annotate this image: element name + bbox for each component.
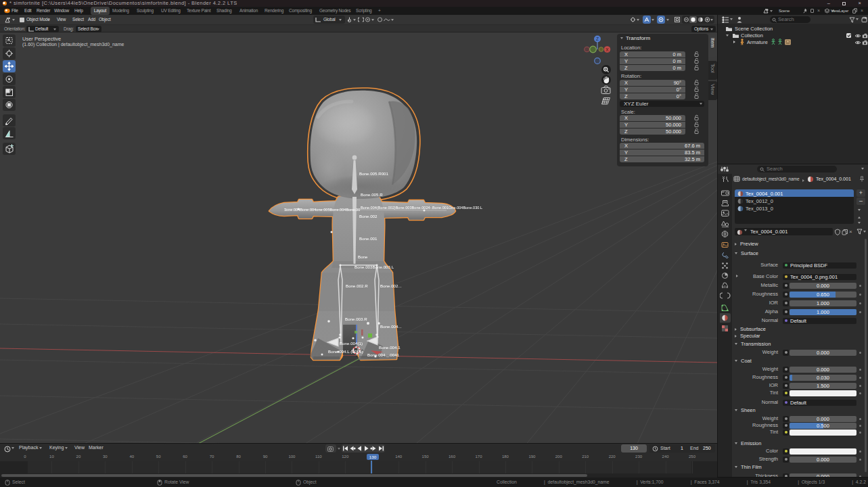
svg-text:Bone.005.R001: Bone.005.R001 — [359, 171, 389, 176]
svg-text:Bone.004(Bone.002)Bone.003Bone: Bone.004(Bone.002)Bone.003Bone.0024-.Bon… — [361, 206, 482, 210]
svg-text:Bone.002: Bone.002 — [359, 214, 378, 218]
svg-text:Bone.004(1): Bone.004(1) — [340, 341, 363, 346]
svg-text:Bone.004.1: Bone.004.1 — [379, 345, 401, 350]
svg-text:Bone.003.R: Bone.003.R — [345, 317, 367, 321]
svg-text:Bone.005.R: Bone.005.R — [361, 192, 383, 197]
svg-text:Bone.004.L (B0LL): Bone.004.L (B0LL) — [328, 349, 363, 354]
svg-text:Bone.001: Bone.001 — [359, 236, 378, 241]
svg-text:Bone.002...: Bone.002... — [380, 283, 402, 288]
svg-text:Z: Z — [596, 37, 599, 41]
svg-text:Bone.003Bone.003.L: Bone.003Bone.003.L — [355, 264, 394, 269]
svg-text:Bone.004...: Bone.004... — [380, 324, 402, 329]
svg-text:Bone: Bone — [358, 254, 368, 259]
svg-text:3one.004Bone.004one.005Bone.00: 3one.004Bone.004one.005Bone.004Bone.00 — [284, 208, 360, 212]
svg-text:X: X — [606, 47, 609, 52]
svg-text:Bone.004._.0041: Bone.004._.0041 — [367, 352, 400, 357]
svg-text:Bone.002.R: Bone.002.R — [346, 283, 368, 288]
